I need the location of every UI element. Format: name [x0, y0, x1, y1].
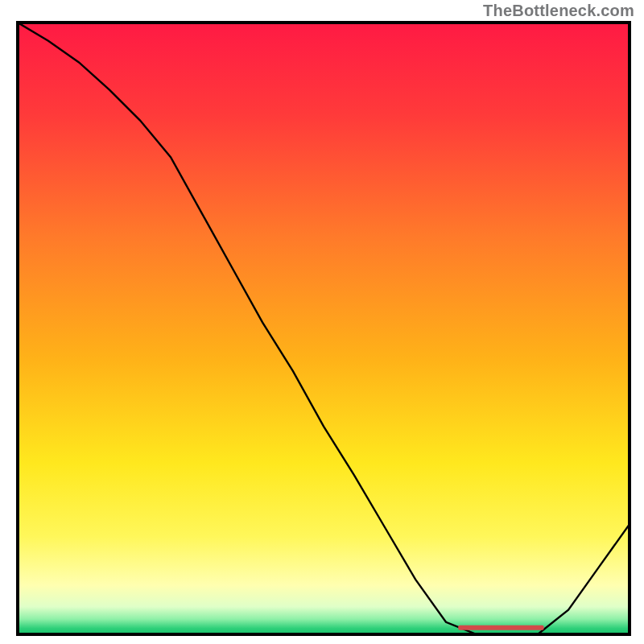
chart-container: TheBottleneck.com [0, 0, 644, 644]
plot-background [18, 23, 630, 634]
optimal-marker [458, 625, 543, 630]
bottleneck-chart [0, 0, 644, 644]
